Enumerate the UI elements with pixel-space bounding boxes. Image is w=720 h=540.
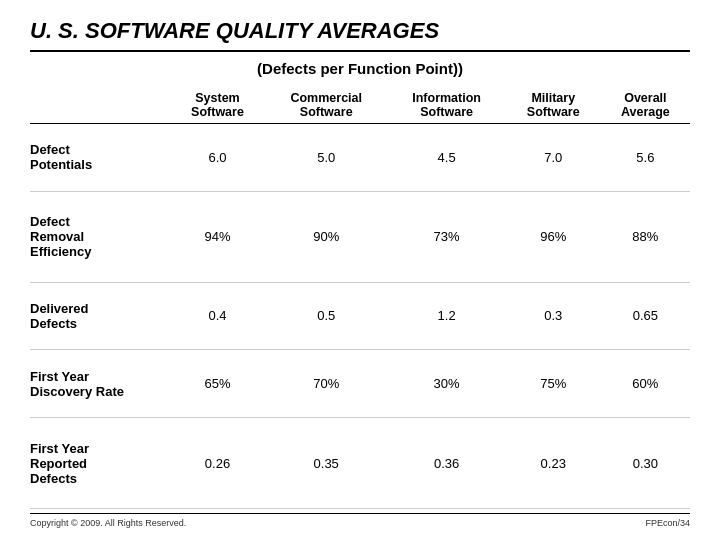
- col-header-system: SystemSoftware: [170, 87, 265, 124]
- page-footer: Copyright © 2009. All Rights Reserved. F…: [30, 513, 690, 528]
- row-label: DefectPotentials: [30, 124, 170, 192]
- cell-value: 0.65: [601, 282, 690, 350]
- col-header-military: MilitarySoftware: [506, 87, 601, 124]
- table-row: DeliveredDefects0.40.51.20.30.65: [30, 282, 690, 350]
- col-header-overall: OverallAverage: [601, 87, 690, 124]
- table-row: DefectRemovalEfficiency94%90%73%96%88%: [30, 191, 690, 282]
- cell-value: 65%: [170, 350, 265, 418]
- cell-value: 96%: [506, 191, 601, 282]
- table-row: First YearReportedDefects0.260.350.360.2…: [30, 418, 690, 509]
- cell-value: 70%: [265, 350, 387, 418]
- data-table: SystemSoftware CommercialSoftware Inform…: [30, 87, 690, 509]
- cell-value: 1.2: [387, 282, 505, 350]
- table-header-row: SystemSoftware CommercialSoftware Inform…: [30, 87, 690, 124]
- row-label: DeliveredDefects: [30, 282, 170, 350]
- cell-value: 88%: [601, 191, 690, 282]
- cell-value: 0.36: [387, 418, 505, 509]
- col-header-commercial: CommercialSoftware: [265, 87, 387, 124]
- cell-value: 7.0: [506, 124, 601, 192]
- table-row: DefectPotentials6.05.04.57.05.6: [30, 124, 690, 192]
- cell-value: 30%: [387, 350, 505, 418]
- cell-value: 0.35: [265, 418, 387, 509]
- cell-value: 0.30: [601, 418, 690, 509]
- row-label: DefectRemovalEfficiency: [30, 191, 170, 282]
- row-label: First YearDiscovery Rate: [30, 350, 170, 418]
- cell-value: 0.3: [506, 282, 601, 350]
- cell-value: 0.4: [170, 282, 265, 350]
- page-number: FPEcon/34: [645, 518, 690, 528]
- copyright-text: Copyright © 2009. All Rights Reserved.: [30, 518, 186, 528]
- cell-value: 0.23: [506, 418, 601, 509]
- row-label: First YearReportedDefects: [30, 418, 170, 509]
- col-header-empty: [30, 87, 170, 124]
- cell-value: 5.0: [265, 124, 387, 192]
- table-row: First YearDiscovery Rate65%70%30%75%60%: [30, 350, 690, 418]
- cell-value: 6.0: [170, 124, 265, 192]
- cell-value: 73%: [387, 191, 505, 282]
- cell-value: 5.6: [601, 124, 690, 192]
- cell-value: 0.26: [170, 418, 265, 509]
- page-subtitle: (Defects per Function Point)): [30, 60, 690, 77]
- page-title: U. S. SOFTWARE QUALITY AVERAGES: [30, 18, 690, 52]
- cell-value: 4.5: [387, 124, 505, 192]
- cell-value: 75%: [506, 350, 601, 418]
- cell-value: 60%: [601, 350, 690, 418]
- col-header-information: InformationSoftware: [387, 87, 505, 124]
- cell-value: 0.5: [265, 282, 387, 350]
- cell-value: 94%: [170, 191, 265, 282]
- page-container: U. S. SOFTWARE QUALITY AVERAGES (Defects…: [0, 0, 720, 540]
- cell-value: 90%: [265, 191, 387, 282]
